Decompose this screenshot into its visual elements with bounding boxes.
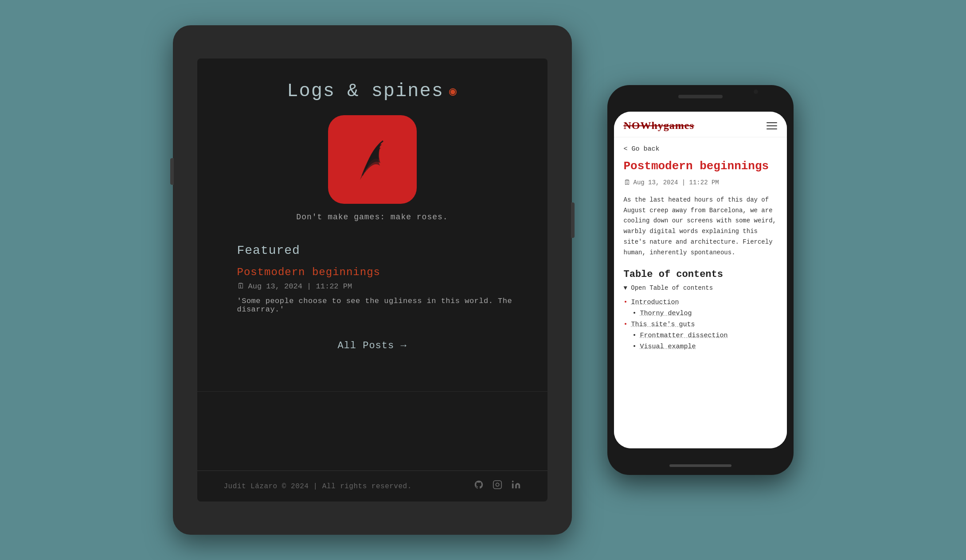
- phone-header: NOWhygames: [614, 112, 787, 137]
- toc-link-frontmatter[interactable]: Frontmatter dissection: [640, 332, 728, 339]
- phone-home-button[interactable]: [669, 464, 731, 467]
- tablet-site-title: Logs & spines ◉: [287, 81, 458, 102]
- phone-toc-list: Introduction Thorny devlog This site's g…: [624, 299, 777, 350]
- toc-item-frontmatter[interactable]: Frontmatter dissection: [633, 332, 777, 339]
- tablet-post-date-text: Aug 13, 2024 | 11:22 PM: [248, 282, 352, 291]
- toc-link-thorny-devlog[interactable]: Thorny devlog: [640, 310, 692, 317]
- tablet-tagline: Don't make games: make roses.: [296, 213, 448, 222]
- tablet-screen: Logs & spines ◉ Don't make: [197, 58, 548, 502]
- toc-item-visual-example[interactable]: Visual example: [633, 343, 777, 350]
- hamburger-line-1: [767, 122, 777, 123]
- phone-screen: NOWhygames < Go back Postmodern beginnin…: [614, 112, 787, 448]
- tablet-footer: Judit Lázaro © 2024 | All rights reserve…: [197, 471, 548, 502]
- phone-speaker: [678, 95, 723, 98]
- svg-rect-1: [493, 481, 501, 489]
- phone-logo-text: NOWhygames: [624, 120, 694, 131]
- tablet-post-date: 🗓 Aug 13, 2024 | 11:22 PM: [237, 282, 352, 291]
- tablet-side-button-right: [571, 202, 575, 238]
- back-link[interactable]: < Go back: [624, 145, 777, 153]
- instagram-icon[interactable]: [493, 480, 502, 493]
- phone-article-date: 🗓 Aug 13, 2024 | 11:22 PM: [624, 179, 777, 187]
- phone-cal-icon: 🗓: [624, 179, 631, 187]
- all-posts-link[interactable]: All Posts →: [337, 340, 407, 351]
- phone-camera: [754, 89, 758, 94]
- tablet-footer-divider: [197, 391, 548, 392]
- tablet-content: Logs & spines ◉ Don't make: [197, 58, 548, 391]
- tablet-social-icons: [474, 480, 521, 493]
- toc-item-thorny-devlog[interactable]: Thorny devlog: [633, 310, 777, 317]
- scene: Logs & spines ◉ Don't make: [0, 0, 966, 560]
- toc-link-visual-example[interactable]: Visual example: [640, 343, 696, 350]
- phone-article-excerpt: As the last heated hours of this day of …: [624, 195, 777, 258]
- phone-date-text: Aug 13, 2024 | 11:22 PM: [634, 179, 719, 186]
- phone-toc-toggle[interactable]: ▼ Open Table of contents: [624, 284, 777, 292]
- tablet-title-text: Logs & spines: [287, 81, 444, 102]
- hamburger-menu[interactable]: [767, 122, 777, 129]
- tablet-side-button-left: [170, 158, 174, 185]
- tablet-logo: [328, 115, 417, 204]
- toc-item-sites-guts[interactable]: This site's guts: [624, 321, 777, 328]
- toc-item-introduction[interactable]: Introduction: [624, 299, 777, 306]
- phone-logo[interactable]: NOWhygames: [624, 120, 694, 132]
- phone-article-title: Postmodern beginnings: [624, 159, 777, 174]
- tablet-post-title[interactable]: Postmodern beginnings: [237, 266, 380, 278]
- phone-toc-title: Table of contents: [624, 269, 777, 280]
- rss-icon: ◉: [449, 84, 458, 99]
- all-posts-label: All Posts →: [337, 340, 407, 351]
- logo-svg: [341, 128, 403, 191]
- hamburger-line-3: [767, 128, 777, 129]
- tablet-featured-heading: Featured: [237, 244, 300, 257]
- tablet-device: Logs & spines ◉ Don't make: [173, 25, 572, 535]
- phone-content: < Go back Postmodern beginnings 🗓 Aug 13…: [614, 137, 787, 448]
- linkedin-icon[interactable]: [511, 480, 521, 493]
- hamburger-line-2: [767, 125, 777, 126]
- phone-toc-toggle-label: ▼ Open Table of contents: [624, 284, 713, 292]
- tablet-post-excerpt: 'Some people choose to see the ugliness …: [237, 297, 521, 314]
- phone-device: NOWhygames < Go back Postmodern beginnin…: [607, 85, 794, 475]
- toc-link-sites-guts[interactable]: This site's guts: [631, 321, 695, 328]
- svg-point-3: [512, 481, 513, 482]
- github-icon[interactable]: [474, 480, 484, 493]
- toc-link-introduction[interactable]: Introduction: [631, 299, 679, 306]
- calendar-icon: 🗓: [237, 282, 245, 291]
- tablet-copyright: Judit Lázaro © 2024 | All rights reserve…: [224, 482, 412, 490]
